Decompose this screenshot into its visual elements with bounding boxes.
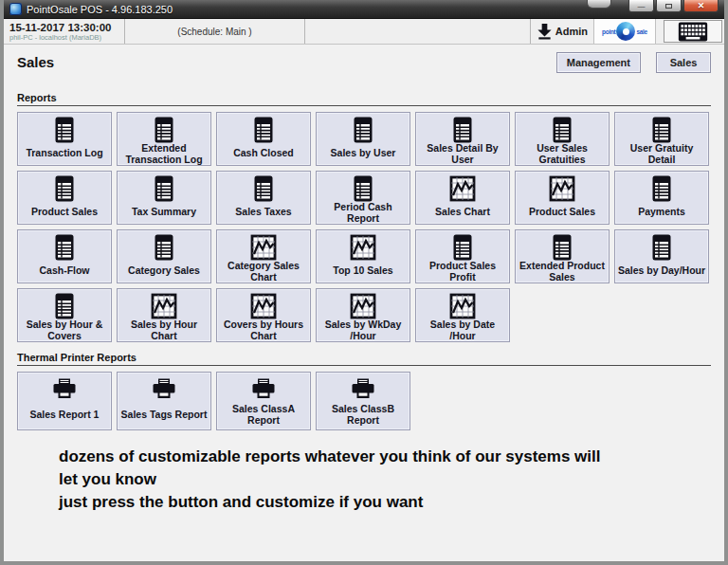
- report-button[interactable]: Sales by User: [316, 112, 410, 166]
- thermal-report-button[interactable]: Sales ClassA Report: [216, 372, 311, 430]
- table-icon: [549, 234, 575, 261]
- datetime-text: 15-11-2017 13:30:00: [9, 22, 118, 33]
- table-icon: [350, 117, 376, 143]
- chart-icon: [449, 175, 476, 202]
- report-button[interactable]: Cash Closed: [216, 112, 311, 166]
- chart-icon: [151, 293, 177, 319]
- datetime-cell: 15-11-2017 13:30:00 phil-PC - localhost …: [4, 19, 125, 44]
- app-window: PointOsale POS - 4.96.183.250 — ✕ 15-11-…: [0, 0, 728, 565]
- table-icon: [51, 175, 78, 202]
- nav-buttons: Management Sales: [556, 52, 711, 73]
- table-icon: [250, 117, 277, 143]
- report-button[interactable]: Transaction Log: [17, 112, 112, 166]
- report-button[interactable]: User Sales Gratuities: [515, 112, 610, 166]
- thermal-report-button[interactable]: Sales Report 1: [17, 372, 112, 430]
- window-title: PointOsale POS - 4.96.183.250: [27, 4, 173, 15]
- note-line-1: dozens of customizable reports whatever …: [59, 446, 711, 468]
- thermal-grid: Sales Report 1 Sales Tags Report Sales C…: [17, 372, 711, 430]
- chart-icon: [549, 175, 575, 202]
- page-title: Sales: [17, 52, 54, 70]
- table-icon: [151, 175, 177, 202]
- minimize-icon[interactable]: —: [628, 0, 654, 12]
- table-icon: [151, 117, 177, 143]
- chart-icon: [250, 234, 277, 261]
- chart-icon: [350, 293, 376, 319]
- window-pill-button[interactable]: [587, 0, 611, 9]
- report-button[interactable]: Cash-Flow: [17, 229, 112, 283]
- table-icon: [449, 234, 476, 261]
- report-button[interactable]: Product Sales Profit: [415, 229, 510, 283]
- admin-button[interactable]: Admin: [531, 19, 593, 44]
- report-button[interactable]: Payments: [614, 171, 709, 225]
- title-bar[interactable]: PointOsale POS - 4.96.183.250 — ✕: [4, 0, 724, 19]
- note-line-3: just press the button and customize if y…: [59, 491, 711, 514]
- table-icon: [648, 175, 675, 202]
- table-icon: [151, 234, 177, 261]
- printer-icon: [350, 376, 376, 403]
- table-icon: [51, 293, 78, 319]
- report-button[interactable]: Sales by Date /Hour: [415, 288, 510, 342]
- schedule-text: (Schedule: Main ): [177, 27, 251, 37]
- footer-note: dozens of customizable reports whatever …: [59, 446, 711, 514]
- printer-icon: [151, 376, 177, 403]
- report-button[interactable]: Sales by WkDay /Hour: [316, 288, 410, 342]
- thermal-report-button[interactable]: Sales ClassB Report: [316, 372, 410, 430]
- download-arrow-icon: [537, 23, 553, 40]
- header-bar: 15-11-2017 13:30:00 phil-PC - localhost …: [4, 19, 724, 45]
- chart-icon: [449, 293, 476, 319]
- report-button[interactable]: Sales Detail By User: [415, 112, 510, 166]
- table-icon: [648, 234, 675, 261]
- maximize-icon[interactable]: [656, 0, 682, 12]
- sales-page: Sales Management Sales Reports Transacti…: [4, 45, 724, 561]
- thermal-section-label: Thermal Printer Reports: [17, 352, 711, 363]
- report-button[interactable]: Extended Product Sales: [515, 229, 610, 283]
- chart-icon: [350, 234, 376, 261]
- report-button[interactable]: Sales Chart: [415, 171, 510, 225]
- report-button[interactable]: Extended Transaction Log: [117, 112, 211, 166]
- header-spacer: [305, 19, 531, 44]
- table-icon: [51, 117, 78, 143]
- chart-icon: [250, 293, 277, 319]
- printer-icon: [250, 376, 277, 403]
- thermal-report-button[interactable]: Sales Tags Report: [117, 372, 211, 430]
- admin-label: Admin: [555, 26, 588, 37]
- report-button[interactable]: Sales by Day/Hour: [614, 229, 709, 283]
- report-button[interactable]: Sales by Hour Chart: [117, 288, 211, 342]
- report-button[interactable]: Top 10 Sales: [316, 229, 410, 283]
- report-button[interactable]: Tax Summary: [117, 171, 211, 225]
- report-button[interactable]: Product Sales: [515, 171, 610, 225]
- logo-text-right: sale: [636, 28, 646, 35]
- app-icon: [9, 3, 22, 15]
- table-icon: [449, 117, 476, 143]
- schedule-cell: (Schedule: Main ): [125, 19, 305, 44]
- table-icon: [350, 175, 376, 202]
- table-icon: [648, 117, 675, 143]
- close-icon[interactable]: ✕: [683, 0, 719, 12]
- table-icon: [549, 117, 575, 143]
- sales-button[interactable]: Sales: [656, 52, 711, 73]
- connection-text: phil-PC - localhost (MariaDB): [9, 33, 118, 42]
- report-button[interactable]: Covers by Hours Chart: [216, 288, 311, 342]
- logo-text-left: point: [602, 28, 615, 35]
- table-icon: [51, 234, 78, 261]
- report-button[interactable]: Category Sales: [117, 229, 211, 283]
- printer-icon: [51, 376, 78, 403]
- reports-grid: Transaction Log Extended Transaction Log…: [17, 112, 711, 342]
- window-controls: — ✕: [587, 0, 719, 12]
- report-button[interactable]: Sales by Hour & Covers: [17, 288, 112, 342]
- management-button[interactable]: Management: [556, 52, 641, 73]
- note-line-2: let you know: [59, 468, 711, 491]
- page-title-row: Sales Management Sales: [17, 52, 711, 82]
- report-button[interactable]: Product Sales: [17, 171, 112, 225]
- keyboard-button[interactable]: [664, 20, 722, 43]
- pointosale-logo[interactable]: point sale: [593, 19, 656, 44]
- thermal-divider: [17, 365, 711, 366]
- keyboard-icon: [678, 22, 708, 42]
- reports-divider: [17, 105, 711, 106]
- reports-section-label: Reports: [17, 92, 711, 103]
- report-button[interactable]: Category Sales Chart: [216, 229, 311, 283]
- report-button[interactable]: User Gratuity Detail: [614, 112, 709, 166]
- logo-swirl-icon: [616, 22, 635, 41]
- report-button[interactable]: Sales Taxes: [216, 171, 311, 225]
- report-button[interactable]: Period Cash Report: [316, 171, 410, 225]
